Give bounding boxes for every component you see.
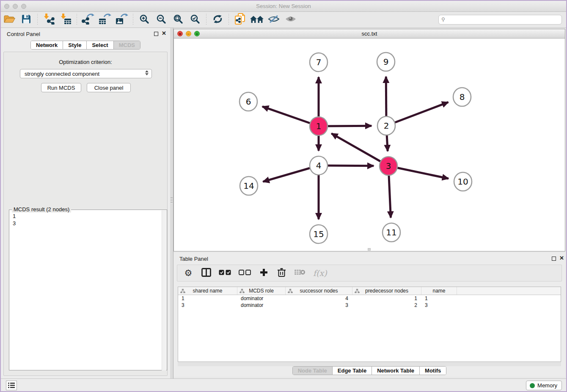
tab-edge-table[interactable]: Edge Table xyxy=(333,367,372,375)
search-input[interactable] xyxy=(438,15,562,25)
refresh-button[interactable] xyxy=(209,13,226,27)
criterion-dropdown[interactable]: strongly connected component xyxy=(20,69,152,78)
export-image-button[interactable] xyxy=(113,13,130,27)
node-table: shared name MCDS role successor nodes pr… xyxy=(178,287,561,362)
graph-node-3[interactable]: 3 xyxy=(380,157,397,175)
graph-node-7[interactable]: 7 xyxy=(310,53,328,72)
tab-node-table[interactable]: Node Table xyxy=(293,367,333,375)
graph-node-9[interactable]: 9 xyxy=(377,52,395,71)
network-titlebar[interactable]: ✕ − + scc.txt xyxy=(174,29,565,39)
export-table-icon xyxy=(99,13,112,26)
zoom-in-button[interactable] xyxy=(136,13,153,27)
network-canvas[interactable]: 7968124314101511 xyxy=(174,39,565,251)
table-cell[interactable]: dominator xyxy=(237,302,286,309)
main-toolbar: ⚲ xyxy=(1,12,566,28)
tab-mcds[interactable]: MCDS xyxy=(114,41,140,49)
table-cell[interactable]: 4 xyxy=(286,295,352,302)
add-column-button[interactable] xyxy=(259,268,269,278)
svg-text:10: 10 xyxy=(457,177,468,187)
table-cell[interactable]: dominator xyxy=(237,295,286,302)
deselect-all-icon xyxy=(239,269,251,277)
result-line: 3 xyxy=(13,220,16,227)
graph-node-14[interactable]: 14 xyxy=(240,177,258,195)
window-titlebar: Session: New Session xyxy=(1,1,566,12)
task-history-button[interactable] xyxy=(6,381,17,390)
tab-select[interactable]: Select xyxy=(87,41,113,49)
show-all-button[interactable] xyxy=(282,13,299,27)
function-builder-button: f(x) xyxy=(313,268,327,278)
export-table-button[interactable] xyxy=(96,13,113,27)
toolbar-separator xyxy=(228,14,229,26)
export-network-button[interactable] xyxy=(80,13,96,27)
clone-network-button[interactable] xyxy=(231,13,248,27)
close-panel-icon[interactable]: ✕ xyxy=(162,30,166,36)
clone-network-icon xyxy=(234,13,246,27)
import-table-button[interactable] xyxy=(57,13,74,27)
graph-node-8[interactable]: 8 xyxy=(453,88,471,106)
gear-button[interactable]: ⚙ xyxy=(183,269,193,278)
graph-node-11[interactable]: 11 xyxy=(383,223,400,242)
zoom-out-icon xyxy=(156,14,166,26)
delete-column-button[interactable] xyxy=(276,268,286,279)
splitter-grip[interactable] xyxy=(171,197,173,203)
column-header-name[interactable]: name xyxy=(421,287,457,295)
graph-edge-3-1[interactable] xyxy=(331,133,388,166)
svg-text:1: 1 xyxy=(316,121,322,131)
tab-motifs[interactable]: Motifs xyxy=(420,367,446,375)
memory-button[interactable]: Memory xyxy=(526,381,562,390)
mcds-result-box: MCDS result (2 nodes) 13 xyxy=(9,210,167,370)
open-file-button[interactable] xyxy=(1,13,18,27)
zoom-fit-button[interactable] xyxy=(170,13,187,27)
close-panel-button[interactable]: Close panel xyxy=(87,83,131,92)
result-scrollbar[interactable] xyxy=(162,210,166,370)
table-cell[interactable]: 1 xyxy=(178,295,237,302)
column-header-predecessor-nodes[interactable]: predecessor nodes xyxy=(352,287,421,295)
panel-splitter[interactable] xyxy=(170,28,173,378)
close-table-panel-icon[interactable]: ✕ xyxy=(559,255,564,261)
svg-text:7: 7 xyxy=(316,57,322,67)
table-cell[interactable]: 3 xyxy=(178,302,237,309)
float-panel-icon[interactable] xyxy=(154,32,158,36)
save-session-icon xyxy=(21,14,31,26)
column-header-MCDS-role[interactable]: MCDS role xyxy=(237,287,286,295)
column-header-successor-nodes[interactable]: successor nodes xyxy=(286,287,352,295)
mcds-panel: Optimization criterion: strongly connect… xyxy=(3,52,168,376)
tab-network-table[interactable]: Network Table xyxy=(372,367,420,375)
table-cell[interactable]: 3 xyxy=(421,302,457,309)
zoom-selected-button[interactable] xyxy=(187,13,204,27)
split-columns-button[interactable] xyxy=(201,268,211,279)
column-header-shared-name[interactable]: shared name xyxy=(178,287,237,295)
tab-style[interactable]: Style xyxy=(63,41,87,49)
home-button[interactable] xyxy=(248,13,265,27)
table-cell[interactable]: 3 xyxy=(286,302,352,309)
float-table-panel-icon[interactable] xyxy=(552,257,556,261)
graph-node-4[interactable]: 4 xyxy=(310,156,328,175)
save-session-button[interactable] xyxy=(18,13,35,27)
mcds-result-title: MCDS result (2 nodes) xyxy=(12,206,71,213)
run-mcds-button[interactable]: Run MCDS xyxy=(41,83,81,92)
graph-node-1[interactable]: 1 xyxy=(310,117,328,135)
control-panel: Control Panel ✕ NetworkStyleSelectMCDS O… xyxy=(1,28,170,378)
deselect-all-button[interactable] xyxy=(239,269,251,277)
table-row[interactable]: 3dominator323 xyxy=(178,302,561,309)
graph-node-15[interactable]: 15 xyxy=(310,225,328,243)
table-cell[interactable]: 1 xyxy=(421,295,457,302)
table-horizontal-scrollbar[interactable] xyxy=(178,362,561,366)
canvas-grip[interactable] xyxy=(368,248,371,251)
graph-node-6[interactable]: 6 xyxy=(239,92,257,111)
table-cell[interactable]: 2 xyxy=(352,302,421,309)
open-file-icon xyxy=(3,14,15,26)
graph-node-10[interactable]: 10 xyxy=(454,172,472,191)
import-network-button[interactable] xyxy=(40,13,57,27)
optimization-label: Optimization criterion: xyxy=(4,59,167,65)
graph-node-2[interactable]: 2 xyxy=(377,116,395,135)
table-row[interactable]: 1dominator411 xyxy=(178,295,561,302)
hide-selected-button[interactable] xyxy=(265,13,282,27)
search-icon: ⚲ xyxy=(441,17,445,22)
tab-network[interactable]: Network xyxy=(31,41,63,49)
zoom-out-button[interactable] xyxy=(153,13,170,27)
select-all-button[interactable] xyxy=(219,269,231,277)
gear-icon: ⚙ xyxy=(184,269,193,278)
graph-edge-2-8[interactable] xyxy=(386,102,448,126)
table-cell[interactable]: 1 xyxy=(352,295,421,302)
